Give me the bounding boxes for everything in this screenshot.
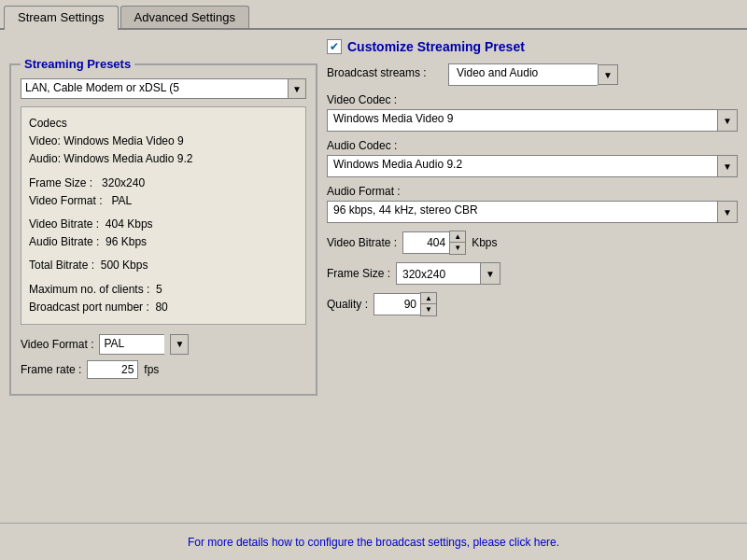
tab-bar: Stream Settings Advanced Settings: [0, 0, 747, 30]
audio-codec-field: Audio Codec : Windows Media Audio 9.2 ▼: [327, 139, 738, 177]
video-codec-info: Video: Windows Media Video 9: [29, 133, 298, 150]
audio-format-field: Audio Format : 96 kbps, 44 kHz, stereo C…: [327, 185, 738, 223]
audio-format-value[interactable]: 96 kbps, 44 kHz, stereo CBR: [327, 201, 717, 223]
video-bitrate-input[interactable]: [402, 231, 449, 254]
frame-rate-label: Frame rate :: [21, 363, 81, 376]
right-panel: ✔ Customize Streaming Preset Broadcast s…: [327, 39, 738, 511]
video-format-select[interactable]: PAL: [99, 334, 164, 355]
quality-up[interactable]: ▲: [421, 293, 436, 304]
video-bitrate-spinner: ▲ ▼: [402, 231, 466, 255]
video-format-label: Video Format :: [21, 338, 93, 351]
frame-size-spinner-row: Frame Size : 320x240 ▼: [327, 262, 738, 285]
frame-size-dropdown-wrapper: 320x240 ▼: [396, 262, 500, 285]
video-codec-dropdown: Windows Media Video 9 ▼: [327, 109, 738, 132]
quality-input[interactable]: [374, 293, 420, 315]
audio-codec-label: Audio Codec :: [327, 139, 738, 152]
bottom-link[interactable]: For more details how to configure the br…: [188, 536, 559, 549]
frame-rate-input[interactable]: [87, 360, 138, 379]
broadcast-streams-value[interactable]: Video and Audio: [448, 63, 598, 86]
customize-title: Customize Streaming Preset: [347, 39, 525, 54]
broadcast-streams-dropdown-wrapper: Video and Audio ▼: [448, 63, 618, 86]
left-panel: Streaming Presets LAN, Cable Modem or xD…: [9, 39, 317, 511]
broadcast-port-info: Broadcast port number : 80: [29, 299, 298, 316]
quality-label: Quality :: [327, 298, 368, 311]
audio-format-dropdown-btn[interactable]: ▼: [717, 201, 738, 223]
audio-codec-dropdown: Windows Media Audio 9.2 ▼: [327, 155, 738, 177]
audio-codec-info: Audio: Windows Media Audio 9.2: [29, 150, 298, 168]
broadcast-streams-label: Broadcast streams : Video and Audio ▼: [327, 63, 738, 86]
video-codec-label: Video Codec :: [327, 93, 738, 106]
frame-rate-row: Frame rate : fps: [21, 360, 306, 379]
preset-dropdown-row: LAN, Cable Modem or xDSL (5 ▼: [21, 78, 306, 99]
streaming-presets-group: Streaming Presets LAN, Cable Modem or xD…: [9, 49, 317, 396]
preset-dropdown-button[interactable]: ▼: [288, 78, 306, 99]
total-bitrate-info: Total Bitrate : 500 Kbps: [29, 257, 298, 274]
video-bitrate-unit: Kbps: [472, 236, 497, 249]
frame-size-spinner-label: Frame Size :: [327, 267, 390, 280]
video-bitrate-spinner-row: Video Bitrate : ▲ ▼ Kbps: [327, 231, 738, 255]
frame-size-value[interactable]: 320x240: [396, 262, 480, 285]
video-format-dropdown-btn[interactable]: ▼: [170, 334, 189, 355]
info-box: Codecs Video: Windows Media Video 9 Audi…: [21, 106, 306, 325]
video-bitrate-down[interactable]: ▼: [450, 243, 465, 254]
audio-codec-dropdown-btn[interactable]: ▼: [717, 155, 738, 177]
quality-spinner: ▲ ▼: [374, 292, 437, 316]
quality-spinner-row: Quality : ▲ ▼: [327, 292, 738, 316]
video-codec-field: Video Codec : Windows Media Video 9 ▼: [327, 93, 738, 132]
video-bitrate-spinner-buttons: ▲ ▼: [449, 231, 466, 255]
codecs-label: Codecs: [29, 115, 298, 133]
frame-rate-unit: fps: [144, 363, 159, 376]
video-bitrate-info: Video Bitrate : 404 Kbps: [29, 216, 153, 233]
video-format-row: Video Format : PAL ▼: [21, 334, 306, 355]
quality-spinner-buttons: ▲ ▼: [420, 292, 437, 316]
main-content: Streaming Presets LAN, Cable Modem or xD…: [0, 30, 747, 521]
audio-format-dropdown: 96 kbps, 44 kHz, stereo CBR ▼: [327, 201, 738, 223]
video-codec-value[interactable]: Windows Media Video 9: [327, 109, 717, 132]
customize-checkbox[interactable]: ✔: [327, 39, 342, 54]
video-bitrate-up[interactable]: ▲: [450, 231, 465, 243]
max-clients-info: Maximum no. of clients : 5: [29, 281, 298, 299]
bitrate-row: Video Bitrate : 404 Kbps: [29, 216, 298, 233]
frame-size-info: Frame Size : 320x240: [29, 175, 298, 192]
video-format-info: Video Format : PAL: [29, 192, 298, 210]
broadcast-streams-field: Broadcast streams : Video and Audio ▼: [327, 63, 738, 86]
tab-stream-settings[interactable]: Stream Settings: [4, 6, 119, 30]
quality-down[interactable]: ▼: [421, 304, 436, 315]
preset-select[interactable]: LAN, Cable Modem or xDSL (5: [21, 78, 288, 99]
customize-header: ✔ Customize Streaming Preset: [327, 39, 738, 54]
frame-size-dropdown-btn[interactable]: ▼: [480, 262, 500, 285]
audio-bitrate-info: Audio Bitrate : 96 Kbps: [29, 233, 298, 251]
broadcast-streams-dropdown-btn[interactable]: ▼: [598, 64, 618, 85]
audio-codec-value[interactable]: Windows Media Audio 9.2: [327, 155, 717, 177]
bottom-bar: For more details how to configure the br…: [0, 523, 747, 560]
tab-advanced-settings[interactable]: Advanced Settings: [120, 6, 249, 28]
video-bitrate-spinner-label: Video Bitrate :: [327, 236, 397, 249]
audio-format-label: Audio Format :: [327, 185, 738, 198]
video-codec-dropdown-btn[interactable]: ▼: [717, 109, 738, 132]
group-title: Streaming Presets: [21, 57, 134, 71]
